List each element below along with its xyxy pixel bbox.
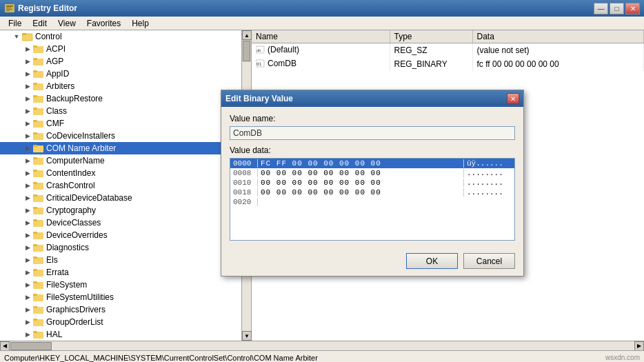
tree-item-errata[interactable]: ▶ Errata bbox=[0, 266, 241, 279]
row-data-comdb: fc ff 00 00 00 00 00 00 bbox=[472, 57, 644, 71]
table-row[interactable]: ab (Default) REG_SZ (value not set) bbox=[252, 43, 644, 58]
tree-item-class[interactable]: ▶ Class bbox=[0, 105, 241, 117]
expander-codeviceinstallers[interactable]: ▶ bbox=[22, 130, 33, 141]
registry-app-icon bbox=[4, 3, 15, 14]
tree-item-deviceclasses[interactable]: ▶ DeviceClasses bbox=[0, 217, 241, 229]
folder-icon-els bbox=[33, 255, 44, 265]
hex-row-0020[interactable]: 0020 bbox=[230, 197, 514, 207]
expander-crashcontrol[interactable]: ▶ bbox=[22, 180, 33, 191]
hex-row-0008[interactable]: 0008 00 00 00 00 00 00 00 00 ........ bbox=[230, 168, 514, 178]
hex-row-0010[interactable]: 0010 00 00 00 00 00 00 00 00 ........ bbox=[230, 178, 514, 188]
status-text: Computer\HKEY_LOCAL_MACHINE\SYSTEM\Curre… bbox=[4, 354, 318, 362]
minimize-button[interactable]: — bbox=[594, 3, 608, 14]
svg-rect-37 bbox=[33, 219, 37, 221]
expander-comname[interactable]: ▶ bbox=[22, 143, 33, 154]
expander-hal[interactable]: ▶ bbox=[22, 329, 33, 340]
menu-file[interactable]: File bbox=[3, 17, 27, 30]
hex-ascii: ........ bbox=[463, 188, 512, 197]
expander-deviceclasses[interactable]: ▶ bbox=[22, 217, 33, 228]
tree-item-backuprestore[interactable]: ▶ BackupRestore bbox=[0, 92, 241, 105]
dialog-close-button[interactable]: ✕ bbox=[507, 93, 519, 104]
expander-errata[interactable]: ▶ bbox=[22, 267, 33, 278]
expander-acpi[interactable]: ▶ bbox=[22, 43, 33, 54]
value-name-input[interactable] bbox=[230, 126, 515, 140]
tree-item-computername[interactable]: ▶ ComputerName bbox=[0, 154, 241, 167]
tree-item-filesystem[interactable]: ▶ FileSystem bbox=[0, 279, 241, 291]
tree-item-filesystemutil[interactable]: ▶ FileSystemUtilities bbox=[0, 291, 241, 303]
tree-scroll-thumb[interactable] bbox=[243, 41, 250, 61]
folder-icon-arbiters bbox=[33, 81, 44, 91]
tree-item-arbiters[interactable]: ▶ Arbiters bbox=[0, 80, 241, 92]
expander-class[interactable]: ▶ bbox=[22, 105, 33, 117]
expander-filesystemutil[interactable]: ▶ bbox=[22, 292, 33, 303]
menu-favorites[interactable]: Favorites bbox=[81, 17, 126, 30]
tree-item-graphicsdrivers[interactable]: ▶ GraphicsDrivers bbox=[0, 303, 241, 316]
tree-item-appid[interactable]: ▶ AppID bbox=[0, 68, 241, 80]
svg-rect-53 bbox=[33, 319, 37, 321]
expander-cryptography[interactable]: ▶ bbox=[22, 205, 33, 216]
h-scroll-left[interactable]: ◀ bbox=[0, 341, 10, 351]
tree-label-filesystem: FileSystem bbox=[46, 280, 87, 290]
tree-item-comname[interactable]: ▶ COM Name Arbiter bbox=[0, 142, 241, 154]
expander-graphicsdrivers[interactable]: ▶ bbox=[22, 304, 33, 315]
tree-scroll-down[interactable]: ▼ bbox=[242, 331, 252, 341]
expander-filesystem[interactable]: ▶ bbox=[22, 279, 33, 290]
menu-edit[interactable]: Edit bbox=[27, 17, 52, 30]
value-data-label: Value data: bbox=[230, 145, 515, 155]
svg-rect-17 bbox=[33, 95, 37, 97]
horizontal-scrollbar[interactable]: ◀ ▶ bbox=[0, 341, 644, 350]
tree-item-acpi[interactable]: ▶ ACPI bbox=[0, 43, 241, 55]
menu-help[interactable]: Help bbox=[126, 17, 154, 30]
expander-backuprestore[interactable]: ▶ bbox=[22, 93, 33, 104]
tree-item-contentindex[interactable]: ▶ ContentIndex bbox=[0, 167, 241, 179]
tree-item-agp[interactable]: ▶ AGP bbox=[0, 55, 241, 68]
table-row[interactable]: 01 ComDB REG_BINARY fc ff 00 00 00 00 00… bbox=[252, 57, 644, 71]
hex-offset: 0000 bbox=[233, 159, 258, 168]
expander-arbiters[interactable]: ▶ bbox=[22, 81, 33, 92]
tree-item-cryptography[interactable]: ▶ Cryptography bbox=[0, 204, 241, 217]
folder-icon-filesystem bbox=[33, 280, 44, 290]
col-header-data: Data bbox=[472, 30, 644, 43]
tree-item-hal[interactable]: ▶ HAL bbox=[0, 328, 241, 341]
expander-contentindex[interactable]: ▶ bbox=[22, 168, 33, 179]
folder-icon-cmf bbox=[33, 119, 44, 128]
tree-item-diagnostics[interactable]: ▶ Diagnostics bbox=[0, 241, 241, 254]
ok-button[interactable]: OK bbox=[406, 253, 458, 269]
tree-label-cmf: CMF bbox=[46, 119, 64, 128]
hex-row-0000[interactable]: 0000 FC FF 00 00 00 00 00 00 üÿ...... bbox=[230, 159, 514, 168]
svg-text:ab: ab bbox=[256, 48, 261, 53]
expander-agp[interactable]: ▶ bbox=[22, 56, 33, 67]
hex-editor[interactable]: 0000 FC FF 00 00 00 00 00 00 üÿ...... 00… bbox=[230, 158, 515, 241]
expander-cmf[interactable]: ▶ bbox=[22, 118, 33, 129]
tree-item-deviceoverrides[interactable]: ▶ DeviceOverrides bbox=[0, 229, 241, 241]
folder-icon-errata bbox=[33, 268, 44, 277]
tree-item-cmf[interactable]: ▶ CMF bbox=[0, 117, 241, 130]
expander-computername[interactable]: ▶ bbox=[22, 155, 33, 166]
expander-appid[interactable]: ▶ bbox=[22, 68, 33, 79]
expander-els[interactable]: ▶ bbox=[22, 254, 33, 265]
tree-scroll-up[interactable]: ▲ bbox=[242, 30, 252, 40]
svg-rect-15 bbox=[33, 83, 37, 85]
expander-control[interactable]: ▼ bbox=[11, 31, 22, 42]
tree-item-codeviceinstallers[interactable]: ▶ CoDeviceInstallers bbox=[0, 130, 241, 142]
tree-item-grouporderlist[interactable]: ▶ GroupOrderList bbox=[0, 316, 241, 328]
folder-icon-deviceoverrides bbox=[33, 230, 44, 240]
expander-deviceoverrides[interactable]: ▶ bbox=[22, 230, 33, 241]
window-close-button[interactable]: ✕ bbox=[625, 3, 640, 14]
hex-bytes: 00 00 00 00 00 00 00 00 bbox=[261, 169, 461, 177]
expander-grouporderlist[interactable]: ▶ bbox=[22, 316, 33, 328]
edit-binary-dialog: Edit Binary Value ✕ Value name: Value da… bbox=[221, 90, 524, 276]
h-scroll-thumb[interactable] bbox=[10, 342, 52, 350]
menu-view[interactable]: View bbox=[52, 17, 81, 30]
h-scroll-right[interactable]: ▶ bbox=[634, 341, 644, 351]
expander-diagnostics[interactable]: ▶ bbox=[22, 242, 33, 253]
hex-bytes: 00 00 00 00 00 00 00 00 bbox=[261, 188, 461, 197]
expander-criticaldevice[interactable]: ▶ bbox=[22, 192, 33, 203]
tree-item-crashcontrol[interactable]: ▶ CrashControl bbox=[0, 179, 241, 192]
tree-item-criticaldevice[interactable]: ▶ CriticalDeviceDatabase bbox=[0, 192, 241, 204]
cancel-button[interactable]: Cancel bbox=[463, 253, 515, 269]
tree-item-els[interactable]: ▶ Els bbox=[0, 254, 241, 266]
tree-item-control[interactable]: ▼ Control bbox=[0, 30, 241, 43]
hex-row-0018[interactable]: 0018 00 00 00 00 00 00 00 00 ........ bbox=[230, 188, 514, 197]
maximize-button[interactable]: □ bbox=[610, 3, 624, 14]
